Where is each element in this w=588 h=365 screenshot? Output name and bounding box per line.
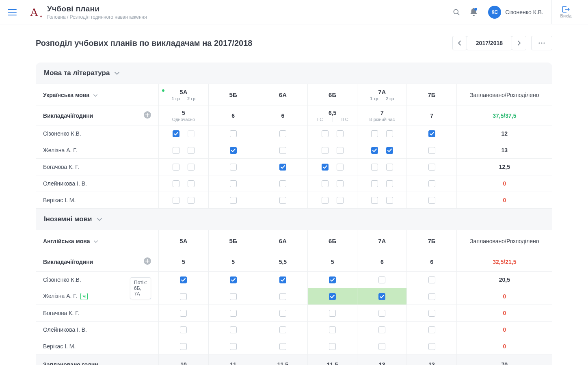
checkbox[interactable]: [180, 326, 187, 333]
checkbox[interactable]: [180, 310, 187, 317]
add-teacher-button[interactable]: [144, 257, 151, 266]
col-5a: 5А: [159, 235, 208, 247]
checkbox[interactable]: [329, 310, 336, 317]
checkbox[interactable]: [378, 343, 385, 350]
bell-icon[interactable]: [466, 5, 481, 19]
checkbox[interactable]: [322, 197, 329, 204]
checkbox[interactable]: [322, 130, 329, 137]
add-teacher-button[interactable]: [144, 111, 151, 120]
checkbox[interactable]: [428, 326, 435, 333]
checkbox[interactable]: [378, 293, 385, 300]
checkbox[interactable]: [279, 147, 286, 154]
checkbox[interactable]: [428, 343, 435, 350]
checkbox[interactable]: [329, 343, 336, 350]
checkbox[interactable]: [173, 180, 179, 187]
table-row: Верікас І. М.0: [36, 338, 552, 355]
section-header[interactable]: Іноземні мови: [36, 209, 552, 230]
subject-toggle[interactable]: Українська мова: [43, 92, 151, 98]
section-header[interactable]: Мова та література: [36, 63, 552, 84]
table-row: Сізоненко К.В. 12: [36, 125, 552, 142]
checkbox[interactable]: [188, 197, 195, 204]
checkbox[interactable]: [279, 197, 286, 204]
checkbox[interactable]: [428, 147, 435, 154]
checkbox[interactable]: [188, 164, 195, 171]
checkbox[interactable]: [337, 180, 344, 187]
checkbox[interactable]: [230, 147, 237, 154]
year-label: 2017/2018: [467, 36, 512, 50]
checkbox[interactable]: [329, 326, 336, 333]
checkbox[interactable]: [188, 147, 195, 154]
checkbox[interactable]: [386, 130, 393, 137]
checkbox[interactable]: [378, 310, 385, 317]
checkbox[interactable]: [371, 147, 378, 154]
checkbox[interactable]: [230, 310, 237, 317]
checkbox[interactable]: [337, 164, 344, 171]
checkbox[interactable]: [428, 310, 435, 317]
checkbox[interactable]: [329, 276, 336, 283]
checkbox[interactable]: [378, 276, 385, 283]
plans-card: Мова та література Українська мова 5А1 г…: [36, 63, 552, 365]
checkbox[interactable]: [279, 310, 286, 317]
checkbox[interactable]: [428, 180, 435, 187]
checkbox[interactable]: [230, 293, 237, 300]
menu-button[interactable]: [0, 0, 24, 24]
checkbox[interactable]: [428, 164, 435, 171]
checkbox[interactable]: [279, 180, 286, 187]
checkbox[interactable]: [337, 130, 344, 137]
checkbox[interactable]: [279, 326, 286, 333]
checkbox[interactable]: [371, 130, 378, 137]
search-icon[interactable]: [449, 5, 464, 19]
more-button[interactable]: [531, 36, 552, 50]
checkbox[interactable]: [173, 197, 179, 204]
checkbox[interactable]: [322, 147, 329, 154]
footer-value: 10: [159, 355, 208, 365]
checkbox[interactable]: [386, 180, 393, 187]
checkbox[interactable]: [428, 130, 435, 137]
checkbox[interactable]: [180, 343, 187, 350]
checkbox[interactable]: [230, 197, 237, 204]
row-sum: 12,5: [499, 164, 510, 170]
subject-toggle[interactable]: Англійська мова: [43, 238, 151, 244]
checkbox[interactable]: [337, 147, 344, 154]
table-eng: Англійська мова 5А 5Б 6А 6Б 7А 7Б Заплан…: [36, 230, 552, 365]
checkbox[interactable]: [386, 147, 393, 154]
checkbox[interactable]: [279, 343, 286, 350]
year-next-button[interactable]: [512, 36, 526, 50]
checkbox[interactable]: [386, 197, 393, 204]
checkbox[interactable]: [180, 293, 187, 300]
checkbox[interactable]: [329, 293, 336, 300]
checkbox[interactable]: [230, 130, 237, 137]
checkbox[interactable]: [279, 293, 286, 300]
svg-point-2: [541, 42, 542, 43]
year-prev-button[interactable]: [452, 36, 467, 50]
checkbox[interactable]: [173, 130, 179, 137]
checkbox[interactable]: [386, 164, 393, 171]
checkbox[interactable]: [371, 197, 378, 204]
checkbox[interactable]: [279, 276, 286, 283]
checkbox[interactable]: [230, 343, 237, 350]
checkbox[interactable]: [337, 197, 344, 204]
logout-button[interactable]: Вихід: [551, 0, 580, 24]
checkbox[interactable]: [230, 276, 237, 283]
checkbox[interactable]: [428, 197, 435, 204]
checkbox[interactable]: [230, 180, 237, 187]
checkbox[interactable]: [428, 276, 435, 283]
checkbox[interactable]: [279, 130, 286, 137]
checkbox[interactable]: [428, 293, 435, 300]
checkbox[interactable]: [322, 164, 329, 171]
checkbox[interactable]: [230, 164, 237, 171]
checkbox[interactable]: [279, 164, 286, 171]
checkbox[interactable]: [371, 180, 378, 187]
checkbox[interactable]: [378, 326, 385, 333]
checkbox[interactable]: [322, 180, 329, 187]
checkbox[interactable]: [188, 130, 195, 137]
footer-value: 11: [208, 355, 258, 365]
row-sum: 0: [503, 310, 506, 316]
checkbox[interactable]: [180, 276, 187, 283]
checkbox[interactable]: [173, 147, 179, 154]
checkbox[interactable]: [230, 326, 237, 333]
checkbox[interactable]: [173, 164, 179, 171]
checkbox[interactable]: [371, 164, 378, 171]
checkbox[interactable]: [188, 180, 195, 187]
avatar[interactable]: КС: [488, 6, 501, 19]
